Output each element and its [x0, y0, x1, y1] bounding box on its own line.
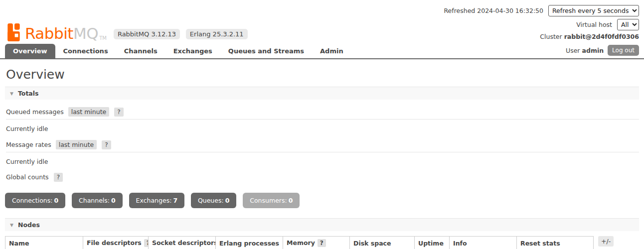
nodes-heading-label: Nodes: [18, 221, 40, 229]
brand-text: RabbitMQ: [25, 24, 98, 42]
message-rates-range-badge[interactable]: last minute: [56, 140, 97, 149]
version-badges: RabbitMQ 3.12.13 Erlang 25.3.2.11: [114, 29, 252, 43]
tab-queues-and-streams[interactable]: Queues and Streams: [220, 44, 312, 58]
brand-primary: Rabbit: [25, 24, 73, 42]
global-counts-help-icon[interactable]: ?: [54, 173, 63, 182]
totals-section-heading[interactable]: ▼ Totals: [5, 87, 639, 100]
logout-button[interactable]: Log out: [608, 45, 639, 56]
refresh-row: Refreshed 2024-04-30 16:32:50 Refresh ev…: [444, 5, 639, 16]
collapse-triangle-icon: ▼: [10, 223, 13, 228]
global-counts-row: Global counts ?: [6, 173, 639, 184]
col-header-disk-space: Disk space: [350, 237, 415, 249]
message-rates-label: Message rates: [6, 141, 51, 148]
col-header-info: Info: [450, 237, 517, 249]
col-header-name: Name: [5, 237, 83, 249]
col-header-socket-descriptors: Socket descriptors?: [149, 237, 216, 249]
virtual-host-select[interactable]: All: [617, 19, 639, 30]
trademark-label: TM: [99, 35, 107, 43]
col-header-memory: Memory?: [283, 237, 350, 249]
message-rates-help-icon[interactable]: ?: [102, 140, 111, 149]
column-selector-toggle[interactable]: +/-: [598, 236, 614, 247]
erlang-version-badge: Erlang 25.3.2.11: [186, 29, 248, 39]
queued-messages-label: Queued messages: [6, 108, 64, 116]
consumers-count-button: Consumers:0: [243, 193, 300, 208]
brand-secondary: MQ: [73, 24, 98, 42]
queued-messages-range-badge[interactable]: last minute: [68, 107, 110, 117]
message-rates-row: Message rates last minute ?: [6, 140, 639, 152]
user-name: admin: [582, 47, 604, 54]
col-header-reset-stats: Reset stats: [517, 237, 594, 249]
rabbitmq-logo[interactable]: RabbitMQ TM: [5, 23, 107, 43]
totals-heading-label: Totals: [18, 90, 39, 97]
main-content: Overview ▼ Totals Queued messages last m…: [0, 67, 644, 249]
virtual-host-row: Virtual host All: [444, 19, 639, 30]
col-header-uptime: Uptime: [415, 237, 450, 249]
nodes-table: Name File descriptors? Socket descriptor…: [5, 236, 594, 249]
col-header-erlang-processes: Erlang processes: [216, 237, 283, 249]
tab-overview[interactable]: Overview: [5, 44, 55, 58]
user-area: User admin Log out: [566, 45, 639, 57]
global-counts-label: Global counts: [6, 173, 49, 181]
file-descriptors-help-icon[interactable]: ?: [144, 239, 149, 247]
queued-messages-help-icon[interactable]: ?: [114, 108, 123, 117]
refresh-interval-select[interactable]: Refresh every 5 seconds: [548, 5, 639, 16]
nodes-table-header-row: Name File descriptors? Socket descriptor…: [5, 237, 594, 249]
channels-count-button[interactable]: Channels:0: [72, 193, 123, 208]
exchanges-count-button[interactable]: Exchanges:7: [129, 193, 185, 208]
user-label: User: [566, 47, 580, 54]
page-title: Overview: [6, 67, 639, 82]
cluster-name: rabbit@2d4f0fdf0306: [564, 33, 639, 40]
tab-admin[interactable]: Admin: [312, 44, 351, 58]
connections-count-button[interactable]: Connections:0: [5, 193, 65, 208]
tab-exchanges[interactable]: Exchanges: [165, 44, 220, 58]
queued-messages-row: Queued messages last minute ?: [6, 107, 639, 120]
collapse-triangle-icon: ▼: [10, 91, 13, 96]
header: RabbitMQ TM RabbitMQ 3.12.13 Erlang 25.3…: [0, 0, 644, 43]
queued-messages-status: Currently idle: [6, 125, 639, 132]
memory-help-icon[interactable]: ?: [318, 239, 326, 247]
global-count-buttons: Connections:0 Channels:0 Exchanges:7 Que…: [5, 193, 639, 208]
queues-count-button[interactable]: Queues:0: [191, 193, 237, 208]
tab-connections[interactable]: Connections: [55, 44, 116, 58]
cluster-row: Cluster rabbit@2d4f0fdf0306: [444, 33, 639, 40]
refreshed-timestamp: Refreshed 2024-04-30 16:32:50: [444, 7, 543, 14]
message-rates-status: Currently idle: [6, 158, 639, 165]
tab-channels[interactable]: Channels: [116, 44, 165, 58]
cluster-label: Cluster: [540, 33, 562, 40]
rabbitmq-logo-icon: [5, 23, 23, 43]
nav-tabbar: Overview Connections Channels Exchanges …: [0, 44, 644, 59]
virtual-host-label: Virtual host: [576, 21, 612, 28]
nodes-section-heading[interactable]: ▼ Nodes: [5, 218, 639, 231]
rabbitmq-version-badge: RabbitMQ 3.12.13: [114, 29, 180, 39]
col-header-file-descriptors: File descriptors?: [83, 237, 149, 249]
